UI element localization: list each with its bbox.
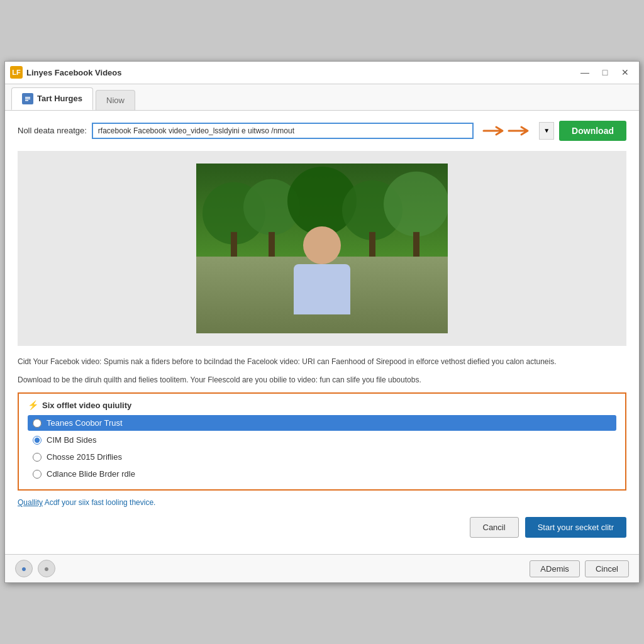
arrow-icon-1 <box>482 125 505 137</box>
quality-note: Quallity Acdf your siix fast looling the… <box>18 498 626 507</box>
radio-input-2[interactable] <box>33 436 42 445</box>
radio-label-4: Cdlance Blide Brder rdle <box>47 469 135 479</box>
person-body <box>294 264 350 314</box>
radio-option-2[interactable]: CIM Bd Sides <box>28 432 616 448</box>
quality-section: ⚡ Six offlet video quiulity Teanes Coobo… <box>18 392 626 491</box>
close-button[interactable]: ✕ <box>616 65 634 80</box>
quality-header-text: Six offlet video quiulity <box>42 401 131 410</box>
quality-link[interactable]: Quallity <box>18 498 43 507</box>
footer-right: ADemis Cincel <box>530 560 629 577</box>
cincel-button[interactable]: Cincel <box>585 560 629 577</box>
window-title: Linyes Facebook Videos <box>26 68 121 77</box>
tab-niow[interactable]: Niow <box>96 90 135 110</box>
radio-label-1: Teanes Coobor Trust <box>47 418 123 428</box>
main-window: LF Linyes Facebook Videos — □ ✕ Tart Hur… <box>4 61 640 583</box>
download-button[interactable]: Download <box>559 121 626 141</box>
app-icon: LF <box>10 66 23 79</box>
maximize-button[interactable]: □ <box>596 65 614 80</box>
footer-bar: ● ● ADemis Cincel <box>5 554 639 582</box>
radio-option-1[interactable]: Teanes Coobor Trust <box>28 415 616 431</box>
radio-input-3[interactable] <box>33 453 42 462</box>
quality-header: ⚡ Six offlet video quiulity <box>28 400 616 410</box>
quality-note-text: Acdf your siix fast looling thevice. <box>43 498 155 507</box>
svg-rect-1 <box>25 97 30 98</box>
footer-left: ● ● <box>15 560 55 577</box>
preview-area <box>18 151 626 346</box>
svg-rect-9 <box>231 232 237 257</box>
radio-input-4[interactable] <box>33 470 42 479</box>
title-controls: — □ ✕ <box>576 65 634 80</box>
tab-niow-label: Niow <box>106 96 125 105</box>
person-figure <box>294 226 350 314</box>
video-thumbnail <box>196 164 448 333</box>
action-row: Cancil Start your secket clitr <box>18 517 626 538</box>
radio-label-2: CIM Bd Sides <box>47 435 96 445</box>
main-content: Noll deata nreatge: ▼ Download <box>5 111 639 554</box>
svg-rect-2 <box>25 98 30 99</box>
svg-rect-12 <box>369 232 375 257</box>
radio-option-3[interactable]: Chosse 2015 Driflies <box>28 449 616 465</box>
tab-icon <box>22 93 33 104</box>
radio-option-4[interactable]: Cdlance Blide Brder rdle <box>28 466 616 482</box>
arrow-container <box>482 125 530 137</box>
svg-point-8 <box>384 172 448 236</box>
svg-rect-13 <box>413 232 419 257</box>
dropdown-button[interactable]: ▼ <box>539 122 554 140</box>
person-head <box>303 226 341 264</box>
svg-rect-3 <box>25 100 28 101</box>
url-input-wrap <box>92 123 474 139</box>
ademis-button[interactable]: ADemis <box>530 560 580 577</box>
tab-tart-hurges[interactable]: Tart Hurges <box>11 87 93 110</box>
description-line2: Download to be the diruh quilth and fiel… <box>18 374 626 386</box>
url-input[interactable] <box>98 126 467 135</box>
radio-label-3: Chosse 2015 Driflies <box>47 452 122 462</box>
footer-icon-2[interactable]: ● <box>38 560 55 577</box>
url-label: Noll deata nreatge: <box>18 126 87 135</box>
cancel-button[interactable]: Cancil <box>470 517 519 538</box>
title-bar: LF Linyes Facebook Videos — □ ✕ <box>5 62 639 84</box>
tab-bar: Tart Hurges Niow <box>5 84 639 111</box>
description-line1: Cidt Your Facebok video: Spumis nak a fi… <box>18 356 626 368</box>
arrow-icon-2 <box>508 125 530 137</box>
footer-icon-1[interactable]: ● <box>15 560 33 577</box>
start-button[interactable]: Start your secket clitr <box>525 517 626 538</box>
url-row: Noll deata nreatge: ▼ Download <box>18 121 626 141</box>
svg-rect-10 <box>269 232 275 257</box>
radio-input-1[interactable] <box>33 419 42 428</box>
title-bar-left: LF Linyes Facebook Videos <box>10 66 121 79</box>
minimize-button[interactable]: — <box>576 65 594 80</box>
tab-label: Tart Hurges <box>37 94 82 103</box>
lightning-icon: ⚡ <box>28 400 38 410</box>
